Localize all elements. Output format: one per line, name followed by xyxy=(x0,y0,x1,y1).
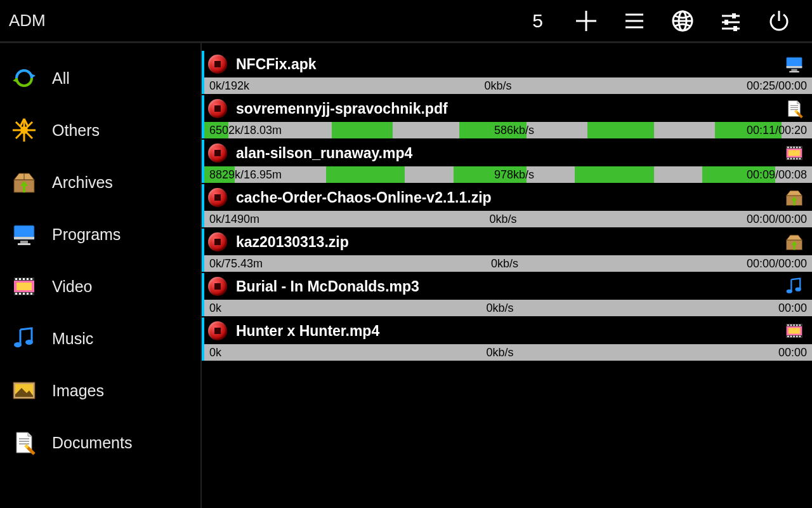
sidebar-item-programs[interactable]: Programs xyxy=(0,208,200,260)
size-text: 0k xyxy=(209,346,221,359)
power-button[interactable] xyxy=(761,3,797,39)
download-row-header: kaz20130313.zip xyxy=(204,229,812,255)
svg-rect-91 xyxy=(789,328,801,333)
sidebar-item-archives[interactable]: Archives xyxy=(0,156,200,208)
size-text: 0k/75.43m xyxy=(209,257,263,271)
download-row-header: alan-silson_runaway.mp4 xyxy=(204,140,812,166)
browser-button[interactable] xyxy=(665,3,700,39)
svg-rect-62 xyxy=(790,147,792,148)
document-icon xyxy=(9,427,39,458)
speed-text: 0kb/s xyxy=(221,346,778,359)
stop-button[interactable] xyxy=(208,55,227,74)
speed-text: 0kb/s xyxy=(259,213,747,226)
video-icon xyxy=(783,319,806,342)
svg-rect-28 xyxy=(20,241,28,243)
stop-button[interactable] xyxy=(208,277,227,296)
svg-rect-63 xyxy=(793,147,794,148)
download-row[interactable]: cache-Order-Chaos-Online-v2.1.1.zip0k/14… xyxy=(202,184,812,227)
download-row[interactable]: sovremennyjj-spravochnik.pdf6502k/18.03m… xyxy=(202,95,812,138)
file-name: sovremennyjj-spravochnik.pdf xyxy=(236,100,783,117)
svg-rect-83 xyxy=(793,324,794,326)
svg-rect-90 xyxy=(799,336,801,337)
svg-rect-29 xyxy=(18,243,30,245)
download-row-header: cache-Order-Chaos-Online-v2.1.1.zip xyxy=(204,184,812,211)
header: ADM 5 xyxy=(0,0,812,43)
svg-rect-11 xyxy=(724,20,728,25)
download-row[interactable]: kaz20130313.zip0k/75.43m0kb/s00:00/00:00 xyxy=(202,229,812,272)
sidebar-item-label: Video xyxy=(52,277,93,296)
download-row[interactable]: alan-silson_runaway.mp48829k/16.95m978kb… xyxy=(202,140,812,183)
app-title: ADM xyxy=(9,11,46,30)
star-burst-icon xyxy=(9,115,39,145)
archive-icon xyxy=(783,231,806,253)
sidebar-item-all[interactable]: All xyxy=(0,52,200,104)
program-icon xyxy=(783,53,806,76)
svg-rect-27 xyxy=(14,237,34,239)
svg-point-77 xyxy=(796,288,801,291)
document-icon xyxy=(783,97,806,120)
sidebar-item-documents[interactable]: Documents xyxy=(0,417,200,469)
svg-rect-53 xyxy=(791,69,797,71)
sidebar-item-label: Documents xyxy=(52,434,132,452)
stop-button[interactable] xyxy=(208,321,227,340)
download-row[interactable]: Burial - In McDonalds.mp30k0kb/s00:00 xyxy=(202,273,812,316)
archive-box-icon xyxy=(9,167,39,197)
speed-text: 586kb/s xyxy=(282,124,747,137)
stop-button[interactable] xyxy=(208,99,227,118)
video-icon xyxy=(783,142,806,164)
progress-bar: 6502k/18.03m586kb/s00:11/00:20 xyxy=(204,122,812,138)
progress-bar: 0k/192k0kb/s00:25/00:00 xyxy=(204,77,812,94)
file-name: Hunter x Hunter.mp4 xyxy=(236,323,783,340)
speed-text: 0kb/s xyxy=(263,257,747,271)
add-button[interactable] xyxy=(568,3,604,39)
progress-bar: 0k/1490m0kb/s00:00/00:00 xyxy=(204,211,812,227)
stop-button[interactable] xyxy=(208,232,227,251)
svg-rect-66 xyxy=(787,158,789,159)
svg-point-44 xyxy=(14,342,22,347)
active-count: 5 xyxy=(532,10,543,32)
download-row[interactable]: Hunter x Hunter.mp40k0kb/s00:00 xyxy=(202,318,812,361)
stop-button[interactable] xyxy=(208,188,227,207)
sidebar-item-label: All xyxy=(52,69,70,88)
svg-rect-52 xyxy=(787,66,802,68)
stop-button[interactable] xyxy=(208,144,227,163)
progress-bar: 0k0kb/s00:00 xyxy=(204,344,812,361)
svg-rect-87 xyxy=(790,336,792,337)
sidebar-item-label: Programs xyxy=(52,225,121,244)
film-icon xyxy=(9,271,39,302)
file-name: Burial - In McDonalds.mp3 xyxy=(236,278,783,295)
sidebar-item-label: Archives xyxy=(52,173,113,192)
settings-button[interactable] xyxy=(713,3,749,39)
svg-rect-34 xyxy=(19,278,21,280)
picture-icon xyxy=(9,375,39,406)
svg-rect-81 xyxy=(787,324,789,326)
svg-point-23 xyxy=(20,126,28,134)
svg-rect-65 xyxy=(799,147,801,148)
music-icon xyxy=(783,275,806,298)
menu-button[interactable] xyxy=(617,3,652,39)
svg-rect-39 xyxy=(19,293,21,295)
time-text: 00:00/00:00 xyxy=(747,257,807,271)
download-row[interactable]: NFCFix.apk0k/192k0kb/s00:25/00:00 xyxy=(202,51,812,94)
sidebar-item-video[interactable]: Video xyxy=(0,260,200,312)
svg-rect-84 xyxy=(796,324,797,326)
svg-rect-85 xyxy=(799,324,801,326)
svg-rect-70 xyxy=(799,158,801,159)
monitor-icon xyxy=(9,219,39,250)
sidebar-item-images[interactable]: Images xyxy=(0,364,200,417)
svg-rect-13 xyxy=(733,26,737,31)
svg-rect-37 xyxy=(30,278,32,280)
download-row-header: Hunter x Hunter.mp4 xyxy=(204,318,812,344)
sidebar-item-others[interactable]: Others xyxy=(0,104,200,156)
download-row-header: Burial - In McDonalds.mp3 xyxy=(204,273,812,300)
file-name: kaz20130313.zip xyxy=(236,234,783,251)
sidebar-item-music[interactable]: Music xyxy=(0,312,200,364)
progress-bar: 8829k/16.95m978kb/s00:09/00:08 xyxy=(204,166,812,183)
time-text: 00:00 xyxy=(778,302,807,315)
svg-rect-43 xyxy=(16,283,32,290)
svg-rect-35 xyxy=(23,278,25,280)
download-row-header: NFCFix.apk xyxy=(204,51,812,77)
file-name: alan-silson_runaway.mp4 xyxy=(236,145,783,162)
file-name: NFCFix.apk xyxy=(236,56,783,73)
svg-rect-61 xyxy=(787,147,789,148)
